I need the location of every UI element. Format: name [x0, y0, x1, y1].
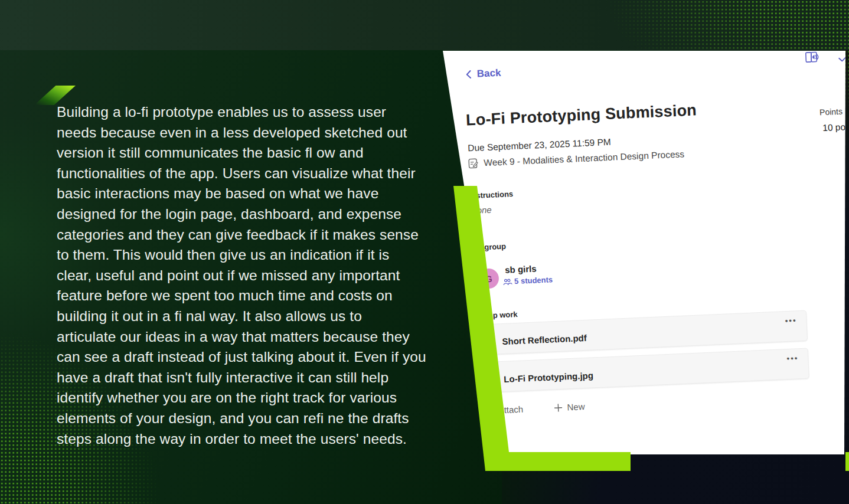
- teams-panel-content: Back Lo-Fi Prototyping Submission Due Se…: [443, 33, 849, 454]
- group-members-link[interactable]: 5 students: [502, 275, 553, 286]
- group-name: sb girls: [505, 263, 537, 274]
- paragraph-line: basic interactions may be based on what …: [57, 184, 426, 204]
- paragraph-line: version it still communicates the basic …: [57, 143, 426, 163]
- file-name: Lo-Fi Prototyping.jpg: [504, 370, 593, 384]
- chevron-left-icon: [465, 70, 472, 79]
- file-card-image[interactable]: Lo-Fi Prototyping.jpg •••: [476, 348, 809, 392]
- paragraph-line: elements of your design, and you can ref…: [57, 408, 426, 429]
- points-label: Points: [819, 107, 843, 117]
- paragraph-line: articulate our ideas in a way that matte…: [57, 327, 426, 348]
- assignment-icon: [468, 158, 479, 169]
- presentation-slide: Building a lo-fi prototype enables us to…: [0, 0, 849, 504]
- chevron-down-icon[interactable]: [838, 57, 846, 63]
- points-value: 10 points: [822, 121, 849, 133]
- paragraph-line: steps along the way in order to meet the…: [57, 429, 426, 450]
- paragraph-line: identify whether you are on the right tr…: [57, 388, 426, 408]
- new-button[interactable]: New: [554, 401, 585, 413]
- more-options-icon[interactable]: •••: [785, 316, 797, 325]
- paragraph-line: can see a draft instead of just talking …: [57, 347, 426, 368]
- module-name: Week 9 - Modalities & Interaction Design…: [484, 149, 684, 168]
- paragraph-line: needs because even in a less developed s…: [57, 123, 426, 143]
- group-members-label: 5 students: [514, 275, 553, 286]
- paragraph-line: Building a lo-fi prototype enables us to…: [57, 102, 426, 123]
- paragraph-line: designed for the login page, dashboard, …: [57, 204, 426, 225]
- slide-paragraph: Building a lo-fi prototype enables us to…: [57, 102, 426, 449]
- paragraph-line: feature before we spent too much time an…: [57, 286, 426, 306]
- paragraph-line: categories and they can give feedback if…: [57, 225, 426, 246]
- assignment-title: Lo-Fi Prototyping Submission: [466, 101, 697, 129]
- paragraph-line: building it out in a fi nal way. It also…: [57, 306, 426, 327]
- immersive-reader-icon[interactable]: [805, 51, 821, 64]
- plus-icon: [554, 403, 563, 412]
- due-date: Due September 23, 2025 11:59 PM: [468, 137, 611, 154]
- top-band: [0, 0, 849, 50]
- paragraph-line: functionalities of the app. Users can vi…: [57, 163, 426, 184]
- teams-assignment-panel: Back Lo-Fi Prototyping Submission Due Se…: [443, 51, 845, 454]
- paragraph-line: clear, useful and point out if we missed…: [57, 266, 426, 286]
- file-name: Short Reflection.pdf: [502, 333, 587, 346]
- back-button[interactable]: Back: [465, 67, 501, 81]
- people-icon: [502, 277, 512, 286]
- more-options-icon[interactable]: •••: [786, 354, 798, 363]
- paragraph-line: to them. This would then give us an indi…: [57, 245, 426, 266]
- back-label: Back: [476, 67, 501, 80]
- paragraph-line: have a draft that isn't fully interactiv…: [57, 368, 426, 388]
- file-card-pdf[interactable]: Short Reflection.pdf •••: [475, 310, 808, 355]
- lime-accent-sliver: [845, 452, 849, 471]
- new-label: New: [567, 401, 585, 412]
